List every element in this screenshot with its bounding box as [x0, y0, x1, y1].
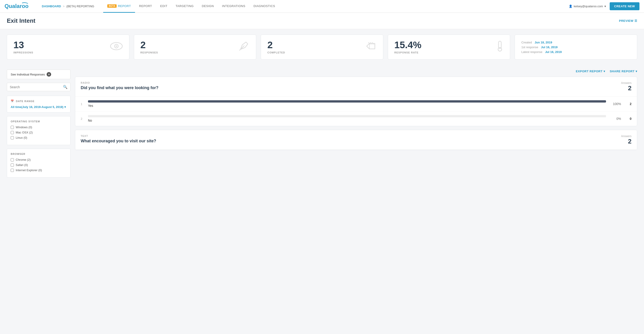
impressions-label: IMPRESSIONS [14, 51, 33, 54]
answer-num-1: 1 [81, 102, 84, 106]
browser-ie-checkbox[interactable] [11, 169, 14, 172]
os-mac-checkbox[interactable] [11, 131, 14, 134]
stat-card-dates: Created Jun 18, 2019 1st response Jul 16… [515, 34, 637, 60]
logo[interactable]: Qualaroo [4, 2, 36, 11]
export-chevron-icon: ▾ [604, 70, 605, 73]
main-content: See Individual Responses + 🔍 📅 DATE RANG… [0, 65, 644, 186]
tab-design[interactable]: DESIGN [198, 0, 218, 13]
os-linux-label: Linux (0) [16, 136, 27, 140]
tab-beta-report[interactable]: BETA REPORT [103, 0, 135, 13]
browser-safari-checkbox[interactable] [11, 164, 14, 167]
stat-card-completed: 2 COMPLETED [261, 34, 383, 60]
search-box[interactable]: 🔍 [7, 83, 70, 91]
logo-svg: Qualaroo [4, 2, 36, 10]
os-linux[interactable]: Linux (0) [11, 136, 66, 140]
export-report-button[interactable]: EXPORT REPORT ▾ [576, 70, 605, 73]
browser-safari[interactable]: Safari (0) [11, 163, 66, 167]
plus-icon: + [46, 72, 51, 76]
question-2-answers-count: 2 [621, 138, 632, 145]
top-navigation: Qualaroo DASHBOARD > (BETA) REPORTING BE… [0, 0, 644, 13]
share-report-button[interactable]: SHARE REPORT ▾ [610, 70, 637, 73]
search-input[interactable] [10, 85, 63, 89]
responses-label: RESPONSES [140, 51, 158, 54]
date-range-link[interactable]: All time(July 16, 2019-August 5, 2019) ▾ [11, 105, 66, 109]
report-actions: EXPORT REPORT ▾ SHARE REPORT ▾ [75, 70, 637, 73]
responses-icon [238, 40, 250, 54]
answer-no-content: No [88, 115, 606, 122]
question-1-text: Did you find what you were looking for? [81, 86, 158, 90]
question-2-text: What encouraged you to visit our site? [81, 139, 156, 144]
browser-ie-label: Internet Explorer (0) [16, 168, 42, 172]
os-linux-checkbox[interactable] [11, 136, 14, 140]
completed-icon [365, 40, 377, 54]
tab-integrations[interactable]: INTEGRATIONS [218, 0, 250, 13]
svg-point-3 [116, 46, 117, 47]
response-rate-icon [496, 40, 504, 54]
see-individual-responses-button[interactable]: See Individual Responses + [7, 70, 70, 79]
response-rate-number: 15.4% [394, 40, 422, 50]
dashboard-link[interactable]: DASHBOARD [42, 4, 61, 8]
progress-bar-yes [88, 100, 606, 102]
question-2-type: TEXT [81, 134, 156, 137]
question-2-answers-label: Answers [621, 134, 632, 138]
created-value: Jun 18, 2019 [535, 41, 552, 44]
tab-diagnostics[interactable]: DIAGNOSTICS [249, 0, 279, 13]
user-icon: 👤 [569, 4, 572, 8]
first-response-value: Jul 16, 2019 [541, 46, 558, 49]
nav-tabs: BETA REPORT REPORT EDIT TARGETING DESIGN… [103, 0, 279, 13]
tab-targeting[interactable]: TARGETING [172, 0, 198, 13]
beta-badge: BETA [107, 4, 116, 8]
create-new-button[interactable]: CREATE NEW [610, 2, 640, 10]
created-label: Created [521, 41, 532, 44]
question-card-2: TEXT What encouraged you to visit our si… [75, 130, 637, 150]
browser-ie[interactable]: Internet Explorer (0) [11, 168, 66, 172]
answer-yes-text: Yes [88, 104, 606, 108]
breadcrumb-separator: > [63, 4, 65, 8]
svg-text:Qualaroo: Qualaroo [4, 3, 28, 9]
stats-row: 13 IMPRESSIONS 2 RESPONSES 2 COMPLETED [0, 29, 644, 65]
user-email: kelsey@qualaroo.com [574, 4, 603, 8]
browser-title: BROWSER [11, 152, 66, 155]
user-dropdown-icon: ▾ [604, 4, 606, 8]
browser-chrome-checkbox[interactable] [11, 158, 14, 162]
os-title: OPERATING SYSTEM [11, 120, 66, 123]
created-date-row: Created Jun 18, 2019 [521, 41, 552, 44]
sidebar: See Individual Responses + 🔍 📅 DATE RANG… [7, 70, 70, 181]
browser-chrome-label: Chrome (2) [16, 158, 31, 162]
first-response-label: 1st response [521, 46, 538, 49]
answer-yes-pct: 100% [610, 102, 621, 106]
answer-row-no: 2 No 0% 0 [75, 112, 637, 126]
calendar-icon: 📅 [11, 100, 14, 102]
os-mac[interactable]: Mac OSX (2) [11, 131, 66, 134]
os-windows[interactable]: Windows (0) [11, 126, 66, 129]
date-range-value: All time(July 16, 2019-August 5, 2019) [11, 105, 64, 109]
question-1-answers-count: 2 [621, 84, 632, 92]
answer-no-pct: 0% [610, 117, 621, 120]
os-windows-checkbox[interactable] [11, 126, 14, 129]
first-response-row: 1st response Jul 16, 2019 [521, 46, 558, 49]
preview-icon: ☰ [634, 19, 638, 22]
browser-chrome[interactable]: Chrome (2) [11, 158, 66, 162]
tab-edit[interactable]: EDIT [156, 0, 172, 13]
answer-num-2: 2 [81, 117, 84, 120]
nav-right: 👤 kelsey@qualaroo.com ▾ CREATE NEW [569, 2, 640, 10]
impressions-icon [110, 41, 123, 53]
date-range-chevron: ▾ [64, 105, 66, 109]
search-icon: 🔍 [63, 85, 68, 89]
user-menu[interactable]: 👤 kelsey@qualaroo.com ▾ [569, 4, 606, 8]
completed-number: 2 [267, 40, 285, 50]
breadcrumb: DASHBOARD > (BETA) REPORTING [42, 4, 94, 8]
response-rate-label: RESPONSE RATE [394, 51, 422, 54]
question-2-header: TEXT What encouraged you to visit our si… [75, 130, 637, 150]
report-area: EXPORT REPORT ▾ SHARE REPORT ▾ RADIO Did… [75, 70, 637, 181]
tab-report[interactable]: REPORT [135, 0, 156, 13]
os-windows-label: Windows (0) [16, 126, 32, 129]
logo-text: Qualaroo [4, 2, 36, 11]
date-range-section: 📅 DATE RANGE All time(July 16, 2019-Augu… [7, 96, 70, 112]
tab-beta-report-label: REPORT [118, 4, 131, 8]
page-title: Exit Intent [7, 17, 36, 24]
question-1-type: RADIO [81, 82, 158, 84]
share-chevron-icon: ▾ [636, 70, 638, 73]
stat-card-impressions: 13 IMPRESSIONS [7, 34, 129, 60]
preview-button[interactable]: PREVIEW ☰ [619, 19, 637, 22]
